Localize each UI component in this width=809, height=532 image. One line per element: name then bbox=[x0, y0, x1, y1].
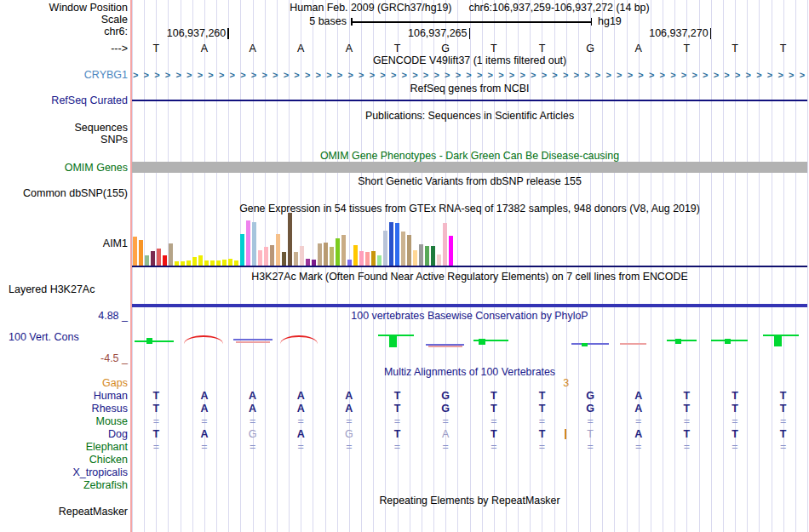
gtex-bar[interactable] bbox=[371, 251, 376, 266]
gtex-bar[interactable] bbox=[240, 234, 244, 266]
gtex-bar[interactable] bbox=[288, 213, 292, 266]
refseq-curated-label[interactable]: RefSeq Curated bbox=[0, 94, 128, 106]
gtex-bar[interactable] bbox=[228, 259, 232, 266]
align-base-rhesus: G bbox=[566, 403, 615, 415]
align-base-elephant: = bbox=[470, 441, 519, 453]
species-label-chicken[interactable]: Chicken bbox=[0, 454, 128, 466]
align-base-mouse: = bbox=[566, 415, 615, 427]
gtex-bar[interactable] bbox=[306, 259, 310, 266]
layered-h3k27ac-label[interactable]: Layered H3K27Ac bbox=[9, 283, 95, 295]
chrom-label: chr6: bbox=[0, 26, 128, 37]
multiz-track-title[interactable]: Multiz Alignments of 100 Vertebrates bbox=[132, 366, 807, 378]
align-base-human: G bbox=[422, 390, 470, 402]
omim-genes-label[interactable]: OMIM Genes bbox=[0, 162, 128, 174]
dbsnp-track-title[interactable]: Short Genetic Variants from dbSNP releas… bbox=[132, 175, 807, 187]
gtex-bar[interactable] bbox=[419, 244, 423, 266]
gtex-bar[interactable] bbox=[282, 252, 286, 266]
gtex-bar[interactable] bbox=[246, 220, 250, 266]
species-label-elephant[interactable]: Elephant bbox=[0, 441, 128, 453]
refseq-gene-line[interactable] bbox=[132, 100, 807, 101]
gtex-bar[interactable] bbox=[270, 245, 274, 266]
gtex-bar[interactable] bbox=[437, 255, 441, 266]
align-base-dog: G bbox=[228, 428, 277, 440]
gtex-bar[interactable] bbox=[377, 255, 382, 266]
gtex-bar[interactable] bbox=[264, 247, 268, 266]
gtex-gene-label[interactable]: AIM1 bbox=[0, 237, 128, 249]
gtex-bar[interactable] bbox=[359, 251, 364, 266]
align-base-elephant: = bbox=[614, 441, 663, 453]
gtex-track-title[interactable]: Gene Expression in 54 tissues from GTEx … bbox=[132, 203, 807, 215]
align-base-rhesus: A bbox=[325, 403, 374, 415]
gtex-bar[interactable] bbox=[425, 246, 429, 266]
align-base-rhesus: A bbox=[614, 403, 663, 415]
align-base-rhesus: T bbox=[759, 403, 807, 415]
gtex-bar[interactable] bbox=[413, 250, 417, 266]
gtex-bar[interactable] bbox=[395, 223, 399, 266]
conservation-track-title[interactable]: 100 vertebrates Basewise Conservation by… bbox=[132, 310, 807, 322]
reference-base: G bbox=[566, 43, 615, 54]
gtex-bar[interactable] bbox=[222, 260, 227, 266]
gtex-bar[interactable] bbox=[443, 223, 447, 266]
h3k27ac-track-title[interactable]: H3K27Ac Mark (Often Found Near Active Re… bbox=[132, 271, 807, 283]
gtex-bar[interactable] bbox=[312, 260, 316, 266]
publications-sequences-label[interactable]: Sequences bbox=[0, 122, 128, 134]
refseq-track-title[interactable]: RefSeq genes from NCBI bbox=[132, 83, 807, 94]
gtex-bar[interactable] bbox=[341, 235, 346, 266]
phylop-line bbox=[233, 339, 273, 340]
phylop-line bbox=[667, 340, 697, 341]
gtex-bar[interactable] bbox=[139, 240, 143, 266]
align-base-dog: A bbox=[277, 428, 325, 440]
reference-base: T bbox=[663, 43, 711, 54]
conservation-track-label[interactable]: 100 Vert. Cons bbox=[9, 331, 79, 343]
repeatmasker-label[interactable]: RepeatMasker bbox=[0, 506, 128, 518]
gtex-bar[interactable] bbox=[198, 255, 203, 266]
h3k27ac-signal-line[interactable] bbox=[132, 304, 807, 307]
gtex-bar[interactable] bbox=[353, 245, 358, 266]
species-label-rhesus[interactable]: Rhesus bbox=[0, 403, 128, 415]
gtex-bar[interactable] bbox=[151, 251, 155, 266]
publications-track-title[interactable]: Publications: Sequences in Scientific Ar… bbox=[132, 110, 807, 122]
gtex-bar[interactable] bbox=[324, 243, 328, 266]
gtex-bar[interactable] bbox=[389, 222, 393, 266]
gtex-bar[interactable] bbox=[318, 243, 322, 266]
gtex-bar[interactable] bbox=[276, 234, 280, 266]
gtex-bar[interactable] bbox=[365, 252, 370, 266]
align-base-rhesus: A bbox=[228, 403, 277, 415]
publications-snps-label[interactable]: SNPs bbox=[0, 134, 128, 146]
species-label-mouse[interactable]: Mouse bbox=[0, 415, 128, 427]
gtex-bar[interactable] bbox=[383, 231, 387, 266]
gtex-bar[interactable] bbox=[258, 250, 262, 266]
align-base-elephant: = bbox=[759, 441, 807, 453]
gtex-bar[interactable] bbox=[145, 255, 149, 266]
gtex-bar[interactable] bbox=[163, 255, 167, 266]
gtex-bar[interactable] bbox=[330, 247, 334, 266]
gtex-bar[interactable] bbox=[192, 257, 197, 266]
gencode-track-title[interactable]: GENCODE V49lift37 (1 items filtered out) bbox=[132, 54, 807, 66]
gtex-bar[interactable] bbox=[449, 236, 453, 266]
species-label-gaps[interactable]: Gaps bbox=[0, 377, 128, 389]
conservation-ymax-label: 4.88 _ bbox=[0, 310, 128, 322]
omim-gene-bar[interactable] bbox=[132, 162, 807, 173]
species-label-zebrafish[interactable]: Zebrafish bbox=[0, 479, 128, 491]
repeatmasker-track-title[interactable]: Repeating Elements by RepeatMasker bbox=[132, 495, 807, 506]
gtex-bar[interactable] bbox=[294, 252, 298, 266]
species-label-dog[interactable]: Dog bbox=[0, 428, 128, 440]
gtex-bar[interactable] bbox=[133, 237, 137, 266]
gtex-bar[interactable] bbox=[431, 246, 435, 266]
gtex-bar[interactable] bbox=[407, 235, 411, 266]
gtex-bar[interactable] bbox=[252, 222, 256, 266]
common-dbsnp-label[interactable]: Common dbSNP(155) bbox=[0, 187, 128, 199]
species-label-human[interactable]: Human bbox=[0, 390, 128, 402]
gtex-bar[interactable] bbox=[336, 238, 340, 266]
species-label-xtropicalis[interactable]: X_tropicalis bbox=[0, 466, 128, 478]
gtex-bar[interactable] bbox=[169, 243, 173, 266]
align-base-human: T bbox=[518, 390, 566, 402]
gtex-bar[interactable] bbox=[401, 232, 405, 266]
gtex-bar[interactable] bbox=[157, 249, 161, 266]
gtex-bar[interactable] bbox=[300, 246, 304, 266]
gene-strand-arrows[interactable]: >>>>>>>>>>>>>>>>>>>>>>>>>>>>>>>>>>>>>>>>… bbox=[133, 70, 807, 81]
gene-label-crybg1[interactable]: CRYBG1 bbox=[0, 69, 128, 81]
gtex-bar[interactable] bbox=[347, 260, 352, 266]
omim-track-title[interactable]: OMIM Gene Phenotypes - Dark Green Can Be… bbox=[132, 150, 807, 162]
align-base-elephant: = bbox=[566, 441, 615, 453]
